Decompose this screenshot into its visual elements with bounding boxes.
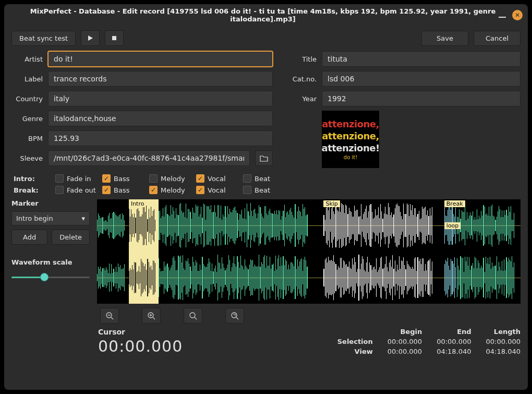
svg-point-11	[232, 313, 237, 318]
break-row-vocal-checkbox[interactable]: ✓	[196, 186, 204, 194]
waveform-tag-loop: loop	[444, 222, 461, 229]
browse-sleeve-button[interactable]	[255, 150, 273, 166]
svg-line-12	[236, 317, 238, 319]
label-catno: Cat.no.	[285, 75, 317, 83]
break-row-melody-checkbox[interactable]: ✓	[149, 186, 158, 194]
intro-row-fade_in-checkbox[interactable]	[55, 174, 64, 183]
label-artist: Artist	[11, 55, 43, 63]
break-row-melody-label: Melody	[161, 186, 185, 194]
catno-input[interactable]	[322, 71, 521, 87]
svg-marker-0	[88, 35, 93, 41]
label-bpm: BPM	[11, 135, 43, 142]
zoom-out-button[interactable]	[100, 308, 119, 324]
bpm-input[interactable]	[48, 130, 273, 146]
view-end: 04:18.040	[437, 348, 471, 355]
break-row-beat-label: Beat	[255, 186, 270, 194]
save-button[interactable]: Save	[421, 31, 468, 46]
intro-row-bass-label: Bass	[114, 175, 129, 183]
cancel-button[interactable]: Cancel	[474, 31, 521, 46]
view-length: 04:18.040	[486, 348, 521, 355]
selection-end: 00:00.000	[437, 338, 471, 345]
svg-line-6	[153, 317, 155, 319]
intro-label: Intro:	[11, 175, 55, 183]
marker-heading: Marker	[11, 199, 90, 207]
row-selection: Selection	[337, 338, 373, 345]
intro-row-beat-label: Beat	[255, 175, 270, 183]
row-view: View	[337, 348, 373, 355]
svg-rect-1	[112, 36, 116, 40]
label-input[interactable]	[48, 71, 273, 87]
artist-input[interactable]	[48, 51, 273, 67]
label-title: Title	[285, 55, 317, 63]
intro-row-melody-checkbox[interactable]	[149, 174, 158, 183]
selection-length: 00:00.000	[486, 338, 521, 345]
label-genre: Genre	[11, 115, 43, 123]
close-icon[interactable]: ✕	[512, 10, 523, 20]
intro-row-bass-checkbox[interactable]: ✓	[102, 174, 111, 183]
svg-line-10	[195, 317, 197, 319]
marker-delete-button[interactable]: Delete	[52, 230, 90, 245]
waveform-tag-skip: Skip	[323, 200, 340, 207]
svg-point-9	[190, 313, 195, 318]
title-input[interactable]	[322, 51, 521, 67]
col-begin: Begin	[388, 328, 422, 336]
stop-button[interactable]	[105, 30, 124, 46]
waveform-display[interactable]: IntroSkipBreakloop	[97, 199, 521, 304]
label-sleeve: Sleeve	[11, 154, 43, 162]
window-title: MixPerfect - Database - Edit record [419…	[27, 7, 499, 23]
marker-select[interactable]: Intro begin ▾	[11, 211, 90, 225]
waveform-scale-slider[interactable]	[11, 272, 90, 282]
break-row-bass-label: Bass	[114, 186, 129, 194]
cursor-time: 00:00.000	[98, 337, 183, 355]
view-begin: 00:00.000	[388, 348, 422, 355]
label-label: Label	[11, 75, 43, 83]
col-length: Length	[486, 328, 521, 336]
chevron-down-icon: ▾	[81, 214, 85, 222]
cover-art: attenzione, attenzione, attenzione! do i…	[322, 111, 379, 168]
beat-sync-button[interactable]: Beat sync test	[11, 31, 76, 46]
label-year: Year	[285, 95, 317, 103]
cursor-label: Cursor	[98, 328, 183, 336]
svg-line-3	[111, 317, 113, 319]
marker-add-button[interactable]: Add	[11, 230, 47, 245]
intro-row-vocal-label: Vocal	[208, 175, 226, 183]
sleeve-input[interactable]	[48, 150, 250, 166]
zoom-in-button[interactable]	[142, 308, 161, 324]
selection-begin: 00:00.000	[388, 338, 422, 345]
country-input[interactable]	[48, 91, 273, 106]
break-row-vocal-label: Vocal	[208, 186, 226, 194]
break-row-fade_out-label: Fade out	[67, 186, 96, 194]
break-row-bass-checkbox[interactable]: ✓	[102, 186, 111, 194]
zoom-fit-button[interactable]	[184, 308, 202, 324]
col-end: End	[437, 328, 471, 336]
intro-row-fade_in-label: Fade in	[67, 175, 91, 183]
year-input[interactable]	[322, 91, 521, 106]
waveform-tag-break: Break	[444, 200, 465, 207]
break-row-beat-checkbox[interactable]	[243, 186, 251, 194]
minimize-icon[interactable]	[499, 17, 506, 18]
intro-row-melody-label: Melody	[161, 175, 185, 183]
waveform-tag-intro: Intro	[129, 200, 147, 207]
genre-input[interactable]	[48, 111, 273, 126]
waveform-scale-label: Waveform scale	[11, 258, 90, 266]
break-row-fade_out-checkbox[interactable]	[55, 186, 64, 194]
break-label: Break:	[11, 186, 55, 194]
play-button[interactable]	[81, 30, 100, 46]
intro-row-vocal-checkbox[interactable]: ✓	[196, 174, 204, 183]
intro-row-beat-checkbox[interactable]	[243, 174, 251, 183]
label-country: Country	[11, 95, 43, 103]
zoom-selection-button[interactable]	[225, 308, 244, 324]
